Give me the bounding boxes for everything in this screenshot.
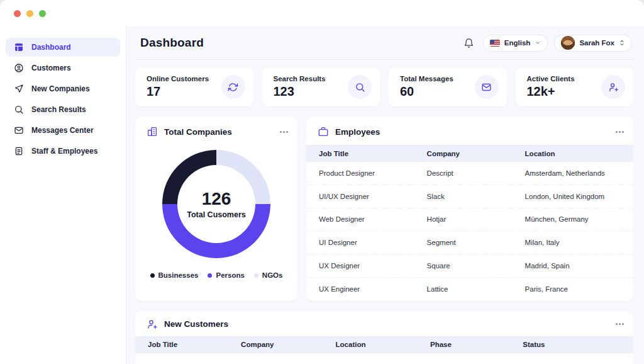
app-window: Dashboard Customers New Companies Search… [0, 0, 644, 364]
sidebar: Dashboard Customers New Companies Search… [0, 26, 126, 364]
stat-label: Online Customers [147, 75, 209, 82]
bell-icon [464, 38, 474, 48]
close-window-button[interactable] [14, 10, 21, 17]
sidebar-item-messages-center[interactable]: Messages Center [6, 121, 120, 140]
card-menu-button[interactable] [616, 319, 623, 329]
customers-icon [14, 63, 24, 73]
legend-dot [254, 273, 258, 278]
minimize-window-button[interactable] [26, 10, 33, 17]
cell-job-title: UX Engineer [306, 285, 414, 293]
column-header: Job Title [306, 150, 414, 157]
column-header: Status [510, 341, 633, 348]
sidebar-item-label: Staff & Employees [31, 147, 97, 156]
stat-value: 123 [274, 84, 326, 99]
donut-center-value: 126 [202, 189, 231, 209]
sidebar-item-dashboard[interactable]: Dashboard [6, 38, 120, 57]
donut-center: 126 Total Cusomers [177, 165, 255, 243]
legend-label: NGOs [262, 271, 283, 279]
legend-dot [208, 273, 212, 278]
main-content: Dashboard English [126, 26, 644, 364]
sidebar-item-label: Search Results [31, 105, 86, 114]
table-row: UX Engineer Lattice Paris, France [306, 278, 633, 301]
more-options-icon [619, 131, 621, 133]
column-header: Company [228, 341, 323, 348]
cell-company: Square [414, 262, 513, 270]
card-title: New Customers [164, 319, 610, 329]
user-plus-icon [147, 319, 158, 330]
cell-company: Descript [414, 169, 513, 177]
cell-location: Milan, Italy [513, 239, 633, 246]
more-options-icon [619, 323, 621, 325]
user-menu[interactable]: Sarah Fox [554, 35, 632, 52]
page-title: Dashboard [140, 36, 204, 50]
chevron-down-icon [535, 40, 541, 46]
card-menu-button[interactable] [280, 127, 287, 137]
mail-icon [14, 125, 24, 135]
dashboard-icon [14, 42, 24, 52]
user-plus-icon [601, 75, 625, 99]
search-icon [348, 75, 372, 99]
card-menu-button[interactable] [616, 127, 623, 137]
total-companies-card: Total Companies 126 Total Cusomers [135, 117, 297, 301]
language-selector[interactable]: English [483, 35, 548, 52]
employees-card: Employees Job Title Company Location Pro… [306, 117, 633, 301]
cell-job-title: UI Designer [306, 239, 414, 246]
main-header: Dashboard English [135, 26, 633, 60]
sidebar-item-label: New Companies [31, 84, 90, 93]
sidebar-item-label: Dashboard [31, 43, 71, 52]
cell-job-title: Web Designer [306, 215, 414, 223]
cell-company: Lattice [414, 285, 513, 293]
cell-job-title: UX Designer [306, 262, 414, 270]
legend-label: Persons [216, 271, 244, 279]
stat-value: 60 [400, 84, 453, 99]
stat-card-search-results: Search Results 123 [262, 67, 380, 106]
notifications-button[interactable] [461, 35, 477, 51]
stat-label: Total Messages [400, 75, 453, 82]
refresh-icon [221, 75, 245, 99]
employees-table-header: Job Title Company Location [306, 145, 633, 162]
charts-row: Total Companies 126 Total Cusomers [135, 117, 633, 301]
stat-label: Active Clients [527, 75, 575, 82]
building-icon [147, 126, 158, 137]
stat-card-online-customers: Online Customers 17 [135, 67, 253, 106]
cell-location: Madrid, Spain [513, 262, 633, 270]
table-row: Web Designer Hotjar München, Germany [306, 208, 633, 232]
sidebar-item-search-results[interactable]: Search Results [6, 100, 120, 119]
stats-row: Online Customers 17 Search Results 123 [135, 67, 633, 106]
column-header: Location [513, 150, 633, 157]
sidebar-item-staff-employees[interactable]: Staff & Employees [6, 142, 120, 161]
sidebar-item-customers[interactable]: Customers [6, 59, 120, 77]
column-header: Job Title [135, 341, 228, 348]
table-row: UI Designer Segment Milan, Italy [306, 231, 633, 254]
new-customers-table-header: Job Title Company Location Phase Status [135, 336, 633, 353]
clipboard-icon [14, 146, 24, 156]
language-label: English [504, 39, 531, 47]
cell-job-title: UI/UX Designer [306, 193, 414, 200]
card-title: Employees [335, 127, 610, 137]
sidebar-item-label: Messages Center [31, 126, 94, 135]
column-header: Location [323, 341, 418, 348]
window-titlebar [0, 0, 644, 26]
us-flag-icon [490, 40, 500, 47]
search-icon [14, 105, 24, 115]
column-header: Company [414, 150, 513, 157]
table-row: UX Designer Square Madrid, Spain [306, 254, 633, 278]
column-header: Phase [418, 341, 510, 348]
zoom-window-button[interactable] [39, 10, 46, 17]
avatar [561, 36, 575, 50]
legend-dot [150, 273, 155, 278]
cell-location: London, United Kingdom [513, 193, 633, 200]
card-title: Total Companies [164, 127, 274, 137]
mail-icon [475, 75, 499, 99]
chevron-up-down-icon [619, 39, 625, 47]
cell-company: Slack [414, 193, 513, 200]
sidebar-item-new-companies[interactable]: New Companies [6, 79, 120, 98]
briefcase-icon [318, 126, 329, 137]
companies-donut-chart: 126 Total Cusomers [162, 150, 270, 258]
sidebar-item-label: Customers [31, 64, 71, 72]
new-customers-card: New Customers Job Title Company Location… [135, 311, 633, 364]
table-row: Product Designer Descript Amsterdam, Net… [306, 162, 633, 185]
cell-location: Paris, France [513, 285, 633, 293]
stat-value: 12k+ [527, 84, 575, 99]
stat-value: 17 [147, 84, 209, 99]
